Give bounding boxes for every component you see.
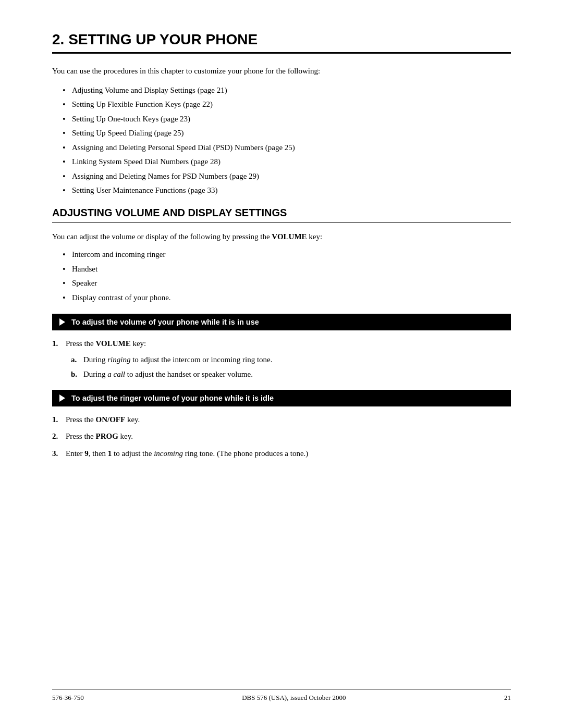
list-item: 3. Enter 9, then 1 to adjust the incomin… xyxy=(52,448,511,460)
footer-center: DBS 576 (USA), issued October 2000 xyxy=(242,694,346,702)
list-item: 1. Press the ON/OFF key. xyxy=(52,414,511,426)
list-item: Intercom and incoming ringer xyxy=(63,249,511,261)
list-item: Speaker xyxy=(63,277,511,289)
list-item: 2. Press the PROG key. xyxy=(52,430,511,442)
chapter-title: 2. Setting Up Your Phone xyxy=(52,31,511,54)
section-intro: You can adjust the volume or display of … xyxy=(52,231,511,243)
steps-idle: 1. Press the ON/OFF key. 2. Press the PR… xyxy=(52,414,511,460)
list-item: Setting User Maintenance Functions (page… xyxy=(63,184,511,196)
list-item: Setting Up Flexible Function Keys (page … xyxy=(63,98,511,110)
callout-bar-in-use: To adjust the volume of your phone while… xyxy=(52,314,511,330)
arrow-icon xyxy=(59,318,65,326)
list-item: Assigning and Deleting Personal Speed Di… xyxy=(63,142,511,154)
section-title: Adjusting Volume and Display Settings xyxy=(52,207,511,223)
page-footer: 576-36-750 DBS 576 (USA), issued October… xyxy=(52,689,511,702)
list-item: Handset xyxy=(63,263,511,275)
intro-bullet-list: Adjusting Volume and Display Settings (p… xyxy=(63,84,511,196)
arrow-icon xyxy=(59,394,65,402)
list-item: Setting Up Speed Dialing (page 25) xyxy=(63,127,511,139)
list-item: Assigning and Deleting Names for PSD Num… xyxy=(63,170,511,182)
intro-text: You can use the procedures in this chapt… xyxy=(52,65,511,77)
list-item: Adjusting Volume and Display Settings (p… xyxy=(63,84,511,96)
steps-in-use: 1. Press the VOLUME key: a. During ringi… xyxy=(52,338,511,380)
list-item: Setting Up One-touch Keys (page 23) xyxy=(63,113,511,125)
list-item: Display contrast of your phone. xyxy=(63,292,511,304)
sub-step-list: a. During ringing to adjust the intercom… xyxy=(71,354,511,380)
footer-right: 21 xyxy=(504,694,511,702)
footer-left: 576-36-750 xyxy=(52,694,84,702)
callout-bar-idle: To adjust the ringer volume of your phon… xyxy=(52,390,511,406)
list-item: a. During ringing to adjust the intercom… xyxy=(71,354,511,366)
volume-bullet-list: Intercom and incoming ringer Handset Spe… xyxy=(63,249,511,303)
list-item: b. During a call to adjust the handset o… xyxy=(71,368,511,380)
page: 2. Setting Up Your Phone You can use the… xyxy=(0,0,563,728)
list-item: Linking System Speed Dial Numbers (page … xyxy=(63,156,511,168)
list-item: 1. Press the VOLUME key: a. During ringi… xyxy=(52,338,511,380)
